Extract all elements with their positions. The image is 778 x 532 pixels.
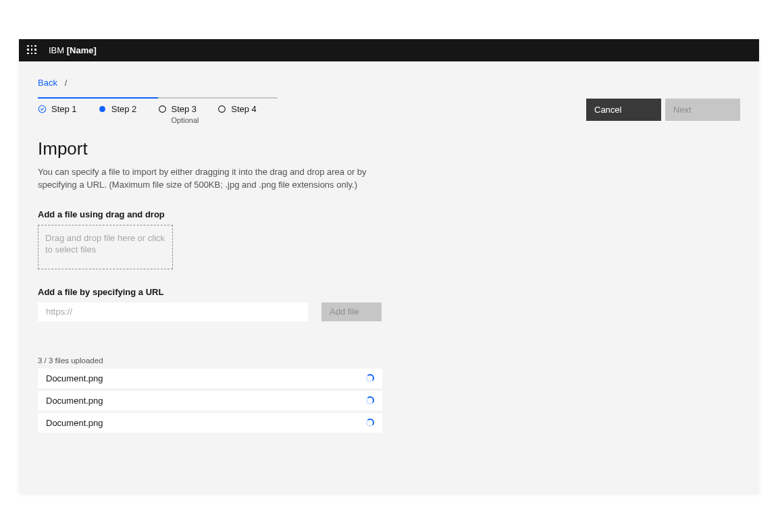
svg-point-2 <box>159 106 165 113</box>
back-link[interactable]: Back <box>38 78 57 88</box>
breadcrumb-sep: / <box>65 78 68 88</box>
svg-point-1 <box>99 106 105 112</box>
brand-name: [Name] <box>67 45 97 55</box>
progress-steps: Step 1 Step 2 <box>38 97 278 125</box>
url-row: Add file <box>38 302 551 321</box>
file-row: Document.png <box>38 391 382 410</box>
brand-label: IBM [Name] <box>49 45 97 55</box>
svg-point-3 <box>219 106 226 113</box>
step-upcoming-icon <box>217 105 226 113</box>
step-label: Step 2 <box>111 104 137 115</box>
page-description: You can specify a file to import by eith… <box>38 166 389 192</box>
next-button: Next <box>665 99 740 121</box>
step-sublabel: Optional <box>172 115 199 125</box>
step-label: Step 3 <box>172 104 199 115</box>
url-section-label: Add a file by specifying a URL <box>38 287 551 297</box>
loading-spinner-icon <box>366 419 374 427</box>
step-2[interactable]: Step 2 <box>98 97 158 125</box>
file-name: Document.png <box>46 396 103 406</box>
cancel-button[interactable]: Cancel <box>586 99 661 121</box>
app-switcher-icon[interactable] <box>27 45 38 56</box>
step-1[interactable]: Step 1 <box>38 97 98 125</box>
step-label: Step 1 <box>51 104 77 115</box>
main-column: Back / Step 1 <box>38 61 551 493</box>
url-input[interactable] <box>38 302 308 321</box>
step-4[interactable]: Step 4 <box>217 97 278 125</box>
file-name: Document.png <box>46 418 103 428</box>
svg-point-0 <box>38 105 46 113</box>
step-label: Step 4 <box>231 104 257 115</box>
file-row: Document.png <box>38 413 382 433</box>
step-complete-icon <box>38 105 47 113</box>
step-3[interactable]: Step 3 Optional <box>158 97 218 125</box>
loading-spinner-icon <box>366 374 374 382</box>
step-upcoming-icon <box>158 105 167 113</box>
upload-status: 3 / 3 files uploaded <box>38 356 551 365</box>
brand-prefix: IBM <box>49 45 67 55</box>
page-title: Import <box>38 138 551 159</box>
top-bar: IBM [Name] <box>19 39 759 61</box>
app-window: IBM [Name] Cancel Next Back / <box>19 39 759 493</box>
file-dropzone[interactable]: Drag and drop file here or click to sele… <box>38 225 173 269</box>
canvas: IBM [Name] Cancel Next Back / <box>0 0 778 532</box>
add-file-button: Add file <box>321 302 382 321</box>
content-area: Cancel Next Back / Step 1 <box>19 61 759 493</box>
file-row: Document.png <box>38 369 382 388</box>
step-current-icon <box>98 105 107 113</box>
file-name: Document.png <box>46 373 103 383</box>
action-buttons: Cancel Next <box>586 99 740 121</box>
drag-section-label: Add a file using drag and drop <box>38 209 551 219</box>
file-list: Document.png Document.png Document.png <box>38 369 382 433</box>
breadcrumb: Back / <box>38 78 551 88</box>
loading-spinner-icon <box>366 396 374 404</box>
